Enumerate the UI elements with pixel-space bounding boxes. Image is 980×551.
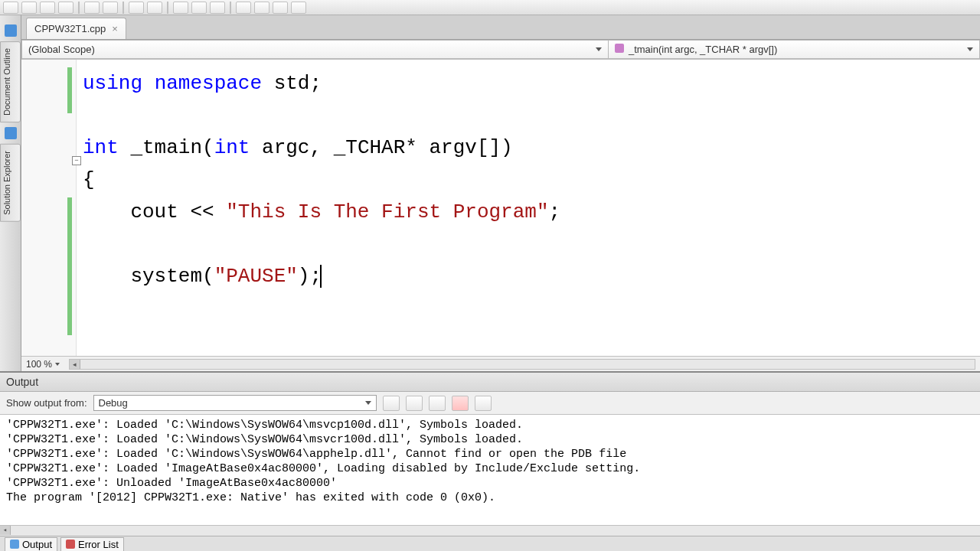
output-icon bbox=[10, 540, 19, 549]
editor-gutter: − bbox=[21, 60, 77, 356]
toolbar-button[interactable] bbox=[273, 2, 288, 14]
zoom-value: 100 % bbox=[26, 359, 52, 370]
change-indicator bbox=[67, 67, 72, 113]
code-editor[interactable]: − using namespace std; int _tmain(int ar… bbox=[21, 60, 980, 356]
toolbar-button[interactable] bbox=[254, 2, 270, 14]
chevron-down-icon bbox=[55, 363, 60, 366]
output-tab-label: Output bbox=[22, 539, 52, 550]
member-dropdown[interactable]: _tmain(int argc, _TCHAR * argv[]) bbox=[608, 40, 980, 59]
solution-explorer-tab[interactable]: Solution Explorer bbox=[0, 144, 21, 222]
file-tab-strip: CPPW32T1.cpp × bbox=[21, 15, 980, 40]
file-tab-label: CPPW32T1.cpp bbox=[34, 23, 106, 34]
output-source-dropdown[interactable]: Debug bbox=[93, 395, 377, 411]
toolbar-button[interactable] bbox=[147, 2, 162, 14]
document-outline-tab[interactable]: Document Outline bbox=[0, 41, 21, 122]
bottom-tab-strip: Output Error List bbox=[0, 536, 980, 551]
chevron-down-icon bbox=[967, 47, 973, 51]
output-panel-title: Output bbox=[0, 373, 980, 392]
toolbar-button[interactable] bbox=[3, 2, 18, 14]
output-horizontal-scrollbar[interactable]: ◂ bbox=[0, 525, 980, 536]
toolbar-button[interactable] bbox=[173, 2, 188, 14]
scope-label: (Global Scope) bbox=[28, 44, 95, 55]
toolbar-button[interactable] bbox=[40, 2, 55, 14]
toolbar-button[interactable] bbox=[84, 2, 100, 14]
file-tab[interactable]: CPPW32T1.cpp × bbox=[26, 18, 126, 39]
change-indicator bbox=[67, 197, 72, 335]
member-label: _tmain(int argc, _TCHAR * argv[]) bbox=[615, 44, 777, 55]
document-outline-icon[interactable] bbox=[5, 24, 17, 37]
top-toolbar bbox=[0, 0, 980, 15]
toolbar-button[interactable] bbox=[191, 2, 207, 14]
toolbar-button[interactable] bbox=[291, 2, 306, 14]
error-list-tab-label: Error List bbox=[78, 539, 119, 550]
output-source-value: Debug bbox=[99, 397, 128, 409]
method-icon bbox=[615, 44, 624, 53]
code-content[interactable]: using namespace std; int _tmain(int argc… bbox=[77, 60, 980, 356]
scope-dropdown[interactable]: (Global Scope) bbox=[21, 40, 608, 59]
toggle-wrap-button[interactable] bbox=[475, 396, 492, 411]
error-list-tab[interactable]: Error List bbox=[60, 537, 124, 551]
editor-area: CPPW32T1.cpp × (Global Scope) _tmain(int… bbox=[21, 15, 980, 371]
toolbar-button[interactable] bbox=[58, 2, 74, 14]
side-tab-well: Document Outline Solution Explorer bbox=[0, 15, 21, 371]
navigation-bar: (Global Scope) _tmain(int argc, _TCHAR *… bbox=[21, 40, 980, 60]
zoom-dropdown[interactable]: 100 % bbox=[26, 359, 60, 370]
solution-explorer-icon[interactable] bbox=[5, 127, 17, 139]
toolbar-button[interactable] bbox=[21, 2, 37, 14]
output-toolbar-button[interactable] bbox=[429, 396, 446, 411]
output-toolbar-button[interactable] bbox=[406, 396, 423, 411]
close-icon[interactable]: × bbox=[112, 23, 118, 34]
output-panel: Output Show output from: Debug 'CPPW32T1… bbox=[0, 371, 980, 536]
output-toolbar: Show output from: Debug bbox=[0, 392, 980, 415]
output-tab[interactable]: Output bbox=[5, 537, 57, 551]
show-output-from-label: Show output from: bbox=[6, 397, 87, 409]
output-text[interactable]: 'CPPW32T1.exe': Loaded 'C:\Windows\SysWO… bbox=[0, 415, 980, 525]
chevron-down-icon bbox=[596, 47, 602, 51]
output-toolbar-button[interactable] bbox=[383, 396, 400, 411]
scroll-left-icon[interactable]: ◂ bbox=[70, 360, 80, 369]
toolbar-button[interactable] bbox=[103, 2, 118, 14]
toolbar-button[interactable] bbox=[210, 2, 225, 14]
clear-output-button[interactable] bbox=[452, 396, 469, 411]
text-cursor bbox=[320, 265, 322, 288]
chevron-down-icon bbox=[365, 401, 371, 405]
toolbar-button[interactable] bbox=[236, 2, 251, 14]
error-list-icon bbox=[66, 540, 75, 549]
toolbar-button[interactable] bbox=[129, 2, 144, 14]
scroll-left-icon[interactable]: ◂ bbox=[0, 526, 11, 535]
horizontal-scrollbar[interactable]: ◂ bbox=[69, 359, 975, 370]
editor-status-bar: 100 % ◂ bbox=[21, 356, 980, 371]
